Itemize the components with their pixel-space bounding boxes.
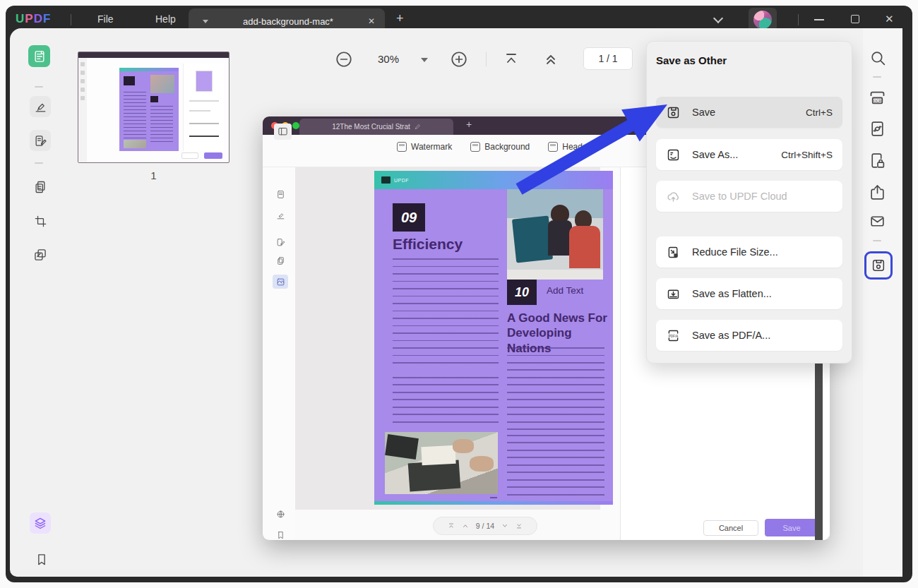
thumb-document-page (119, 68, 179, 151)
divider (798, 14, 799, 25)
pages-icon (33, 180, 47, 194)
mac-reader-icon (273, 187, 288, 201)
mac-scrollbar (815, 364, 823, 540)
right-toolbar (863, 28, 902, 577)
tab-close-icon[interactable]: ✕ (368, 16, 375, 26)
svg-text:PDF/A: PDF/A (669, 334, 679, 337)
minimize-button[interactable] (814, 19, 824, 20)
divider (873, 240, 881, 241)
mac-bookmark-icon (273, 528, 288, 540)
page-logo-chip (381, 176, 391, 184)
mac-comment-icon (273, 208, 288, 222)
svg-text:OCR: OCR (874, 99, 882, 103)
mac-edit-icon (273, 235, 288, 249)
text-lines (393, 258, 499, 370)
page-indicator[interactable]: 1 / 1 (583, 47, 633, 70)
cloud-save-icon (666, 189, 681, 204)
mac-globe-icon (273, 507, 288, 521)
text-lines (507, 347, 604, 431)
protect-icon[interactable] (869, 152, 886, 169)
save-tool-active[interactable] (864, 251, 893, 280)
prev-page-icon (462, 522, 469, 529)
mac-new-tab: + (466, 119, 472, 130)
menu-item-save-to-updf-cloud[interactable]: Save to UPDF Cloud (656, 181, 842, 212)
sidebar-item-reader[interactable] (28, 45, 50, 67)
background-tool: Background (470, 142, 530, 152)
share-icon[interactable] (869, 184, 886, 201)
tab-dropdown-icon[interactable] (203, 20, 208, 23)
menu-item-save[interactable]: Save Ctrl+S (656, 97, 842, 128)
email-icon[interactable] (869, 212, 886, 230)
crop-icon (34, 215, 47, 228)
menu-file[interactable]: File (97, 13, 114, 25)
maximize-button[interactable] (851, 15, 859, 23)
zoom-dropdown-icon[interactable] (421, 58, 428, 62)
new-tab-button[interactable]: + (396, 11, 404, 26)
thumb-mac-titlebar (78, 52, 229, 58)
header-footer-icon (548, 142, 558, 152)
first-page-icon (448, 522, 455, 529)
menu-title: Save as Other (656, 54, 727, 66)
watermark-tool: Watermark (397, 142, 452, 152)
sidebar-item-crop[interactable] (30, 210, 51, 232)
thumb-right-panel (183, 64, 224, 151)
background-icon (470, 142, 480, 152)
close-button[interactable]: ✕ (885, 13, 894, 25)
sidebar-item-bookmark[interactable] (31, 549, 52, 570)
panel-toggle-icon (274, 124, 292, 140)
bookmark-icon (35, 553, 49, 567)
search-icon[interactable] (869, 49, 887, 67)
ocr-icon[interactable]: OCR (868, 88, 887, 107)
mac-doc-tab: 12The Most Crucial Strat (299, 119, 453, 135)
mac-page-indicator: 9 / 14 (476, 522, 494, 530)
mac-organize-icon (273, 253, 288, 268)
sidebar-item-organize-pages[interactable] (30, 176, 51, 198)
mac-page-nav: 9 / 14 (433, 517, 537, 535)
divider (486, 52, 487, 66)
menu-help[interactable]: Help (155, 13, 176, 25)
save-as-icon (666, 148, 681, 162)
pdf-document-page: UPDF 09 Efficiency 10 Add Text A Good Ne… (374, 171, 613, 505)
reduce-file-size-icon (666, 245, 681, 260)
page-thumbnail[interactable] (78, 52, 230, 163)
edit-doc-icon (34, 134, 47, 148)
page-logo-text: UPDF (394, 178, 409, 183)
sidebar-item-edit[interactable] (30, 130, 51, 151)
mac-toolbar-items: Watermark Background Header & (397, 142, 598, 152)
screen: UPDF File Help add-background-mac* ✕ + ✕ (0, 0, 918, 588)
pdfa-icon: PDF/A (666, 328, 681, 343)
layers-icon (33, 516, 47, 530)
convert-icon[interactable] (869, 120, 886, 138)
mac-bottom-bar: 9 / 14 (295, 510, 600, 540)
divider (35, 86, 43, 88)
reader-doc-icon (32, 49, 47, 64)
page-number-mark (490, 497, 497, 498)
thumb-left-rail (78, 58, 87, 163)
menu-item-save-as-flatten[interactable]: Save as Flatten... (656, 278, 842, 309)
sidebar-item-comment[interactable] (30, 96, 51, 117)
sidebar-item-layers[interactable] (30, 512, 51, 534)
section-number-09: 09 (393, 203, 425, 232)
chevron-down-icon[interactable] (713, 13, 723, 23)
page-footer-banner (374, 501, 613, 505)
mac-zoom-light (292, 122, 299, 129)
zoom-level-value[interactable]: 30% (367, 53, 410, 65)
next-page-icon (501, 522, 508, 529)
text-lines (507, 435, 604, 496)
previous-view-button[interactable] (542, 51, 559, 68)
sidebar-item-batch[interactable] (30, 244, 51, 265)
flatten-icon (666, 287, 681, 301)
highlighter-icon (34, 100, 47, 114)
mac-left-rail (268, 167, 295, 513)
zoom-out-button[interactable] (335, 50, 353, 68)
batch-docs-icon (33, 248, 47, 262)
zoom-in-button[interactable] (450, 50, 468, 68)
scroll-to-top-button[interactable] (503, 51, 520, 68)
divider (873, 76, 881, 78)
photo-two-women (507, 189, 603, 280)
mac-tab-title: 12The Most Crucial Strat (332, 123, 410, 131)
menu-item-save-as-pdfa[interactable]: PDF/A Save as PDF/A... (656, 320, 842, 351)
avatar (753, 11, 772, 29)
menu-item-save-as[interactable]: Save As... Ctrl+Shift+S (656, 139, 842, 170)
menu-item-reduce-file-size[interactable]: Reduce File Size... (656, 236, 842, 268)
